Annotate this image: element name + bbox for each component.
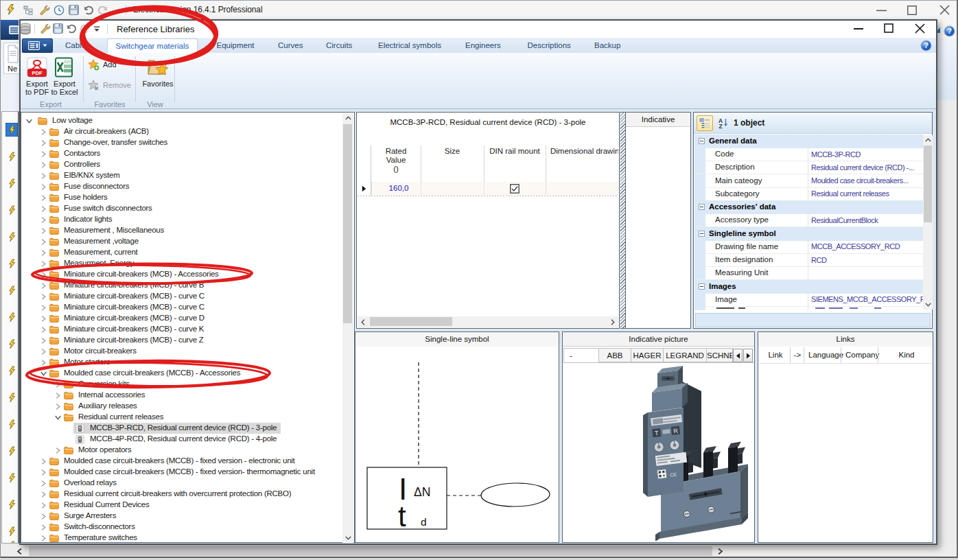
tree-folder-row[interactable]: Moulded case circuit-breakers (MCCB) - f…	[22, 456, 342, 467]
properties-scrollbar[interactable]	[923, 135, 933, 310]
property-value[interactable]: ResidualCurrentBlock	[811, 216, 923, 224]
chevron-right-icon[interactable]	[41, 469, 46, 476]
chevron-right-icon[interactable]	[41, 140, 46, 146]
tab-cables[interactable]: Cables	[57, 38, 98, 53]
tree-scrollbar[interactable]	[342, 113, 353, 543]
palette-lightning-icon[interactable]	[5, 444, 18, 458]
export-excel-button[interactable]: Export to Excel	[52, 56, 77, 98]
export-pdf-button[interactable]: PDF Export to PDF	[25, 56, 49, 98]
chevron-right-icon[interactable]	[41, 316, 46, 322]
chevron-right-icon[interactable]	[41, 360, 46, 366]
chevron-down-icon[interactable]	[26, 119, 32, 124]
tree-folder-row[interactable]: Controllers	[22, 159, 342, 170]
column-header-rated-value[interactable]: RatedValue()	[371, 147, 421, 174]
tree-folder-row[interactable]: Overload relays	[22, 478, 342, 489]
manufacturer-tab-legrand[interactable]: LEGRAND	[664, 348, 707, 362]
tab-circuits[interactable]: Circuits	[318, 38, 360, 53]
tree-folder-row[interactable]: Measurement, current	[22, 247, 342, 258]
help-icon[interactable]: ?	[920, 40, 932, 51]
tab-curves[interactable]: Curves	[270, 38, 311, 53]
tree-folder-row[interactable]: Motor circuit-breakers	[22, 346, 342, 357]
chevron-right-icon[interactable]	[41, 458, 46, 465]
palette-lightning-icon[interactable]	[5, 203, 18, 217]
tree-folder-row[interactable]: Miniature circuit-breakers (MCB) - curve…	[22, 313, 342, 324]
tree-folder-row[interactable]: Change-over, transfer switches	[22, 137, 342, 148]
palette-lightning-icon[interactable]	[5, 176, 18, 190]
cell-din-rail-checkbox[interactable]	[510, 184, 519, 194]
property-row[interactable]: Main cateogyMoulded case circuit-breaker…	[694, 174, 923, 188]
chevron-right-icon[interactable]	[56, 447, 60, 454]
tree-folder-row[interactable]: Fuse switch disconnectors	[22, 203, 342, 214]
scroll-left-icon[interactable]	[15, 548, 25, 555]
property-row[interactable]: ImageSIEMENS_MCCB_ACCESSORY_R...	[694, 293, 923, 307]
chevron-right-icon[interactable]	[41, 217, 46, 223]
property-value[interactable]: Residual current device (RCD) -...	[811, 163, 923, 172]
sort-az-icon[interactable]: AZ	[716, 116, 731, 130]
scroll-down-icon[interactable]	[342, 533, 353, 543]
palette-lightning-icon[interactable]	[5, 524, 18, 538]
tab-engineers[interactable]: Engineers	[457, 38, 509, 53]
property-value[interactable]: MCCB_ACCESSORY_RCD	[811, 242, 923, 250]
palette-lightning-icon[interactable]	[5, 283, 18, 297]
tab-backup[interactable]: Backup	[586, 38, 629, 53]
tree-folder-row[interactable]: EIB/KNX system	[22, 170, 342, 181]
save-icon[interactable]	[69, 5, 79, 15]
scroll-down-icon[interactable]	[923, 300, 933, 310]
tree-folder-row[interactable]: Miniature circuit-breakers (MCB) - curve…	[22, 335, 342, 346]
palette-lightning-icon[interactable]	[5, 257, 18, 270]
chevron-right-icon[interactable]	[41, 283, 46, 289]
palette-lightning-icon[interactable]	[5, 498, 18, 511]
tree-folder-row[interactable]: Residual current releases	[22, 412, 342, 423]
scroll-right-icon[interactable]	[607, 317, 618, 327]
chevron-right-icon[interactable]	[41, 272, 46, 278]
palette-lightning-icon[interactable]	[5, 417, 18, 431]
outer-app-menu-button[interactable]	[0, 20, 19, 40]
undo-icon[interactable]	[83, 5, 94, 15]
manufacturer-tab-abb[interactable]: ABB	[599, 348, 631, 362]
chevron-right-icon[interactable]	[41, 513, 46, 520]
scroll-up-icon[interactable]	[342, 113, 353, 123]
chevron-right-icon[interactable]	[41, 239, 46, 245]
tree-folder-row[interactable]: Conversion kits	[22, 379, 342, 390]
chevron-right-icon[interactable]	[41, 327, 46, 333]
scroll-right-icon[interactable]	[715, 548, 725, 555]
property-value[interactable]: SIEMENS_MCCB_ACCESSORY_R...	[811, 295, 923, 303]
property-row[interactable]: DescriptionResidual current device (RCD)…	[694, 161, 923, 174]
property-row[interactable]: Measuring Unit	[694, 266, 923, 280]
tab-scroll-right-icon[interactable]	[743, 349, 753, 362]
palette-lightning-icon[interactable]	[5, 123, 18, 137]
collapse-icon[interactable]	[699, 138, 705, 144]
inner-close-button[interactable]	[915, 23, 925, 34]
tab-switchgear-materials[interactable]: Switchgear materials	[107, 38, 198, 53]
tree-folder-row[interactable]: Residual current circuit-breakers with o…	[22, 489, 342, 500]
tree-leaf-row[interactable]: MCCB-4P-RCD, Residual current device (RC…	[22, 434, 342, 445]
table-horizontal-scrollbar[interactable]	[358, 316, 618, 327]
tree-folder-row[interactable]: Miniature circuit-breakers (MCB) - curve…	[22, 291, 342, 302]
splitter-handle[interactable]	[620, 112, 625, 329]
tree-folder-row[interactable]: Fuse disconnectors	[22, 181, 342, 192]
outer-minimize-button[interactable]	[876, 10, 887, 12]
hierarchy-icon[interactable]	[23, 5, 34, 15]
view-favorites-button[interactable]: Favorites	[143, 56, 173, 98]
chevron-right-icon[interactable]	[41, 250, 46, 256]
tree-folder-row[interactable]: Low voltage	[22, 115, 342, 126]
chevron-right-icon[interactable]	[41, 184, 46, 190]
chevron-right-icon[interactable]	[41, 228, 46, 234]
tree-folder-row[interactable]: Measurment, Energy	[22, 258, 342, 269]
tree-folder-row[interactable]: Auxiliary releases	[22, 401, 342, 412]
tree-folder-row[interactable]: Switch-disconnectors	[22, 522, 342, 533]
chevron-right-icon[interactable]	[41, 480, 46, 487]
collapse-icon[interactable]	[699, 204, 705, 210]
property-category[interactable]: Singleline symbol	[694, 227, 923, 241]
wrench-icon[interactable]	[39, 5, 50, 16]
chevron-right-icon[interactable]	[41, 151, 46, 157]
palette-lightning-icon[interactable]	[5, 364, 18, 377]
tree-folder-row[interactable]: Moulded case circuit-breakers (MCCB) - A…	[22, 368, 342, 379]
column-header-size[interactable]: Size	[421, 147, 484, 156]
chevron-right-icon[interactable]	[41, 195, 46, 201]
toolbar-options-icon[interactable]	[93, 26, 100, 32]
chevron-right-icon[interactable]	[41, 206, 46, 212]
tree-folder-row[interactable]: Contactors	[22, 148, 342, 159]
chevron-right-icon[interactable]	[56, 404, 60, 410]
manufacturer-tab-[interactable]: -	[563, 348, 599, 362]
